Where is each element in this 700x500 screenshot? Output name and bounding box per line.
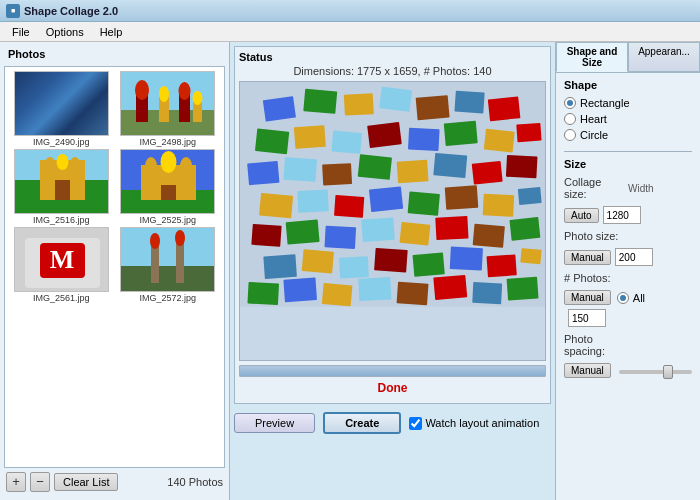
svg-rect-79	[450, 247, 483, 271]
photos-count-input[interactable]	[568, 309, 606, 327]
svg-rect-58	[259, 193, 293, 218]
shape-rectangle[interactable]: Rectangle	[564, 97, 692, 109]
photos-count-manual-button[interactable]: Manual	[564, 290, 611, 305]
photos-grid-container[interactable]: IMG_2490.jpg	[4, 66, 225, 468]
menu-help[interactable]: Help	[92, 24, 131, 40]
svg-point-9	[193, 91, 203, 105]
watch-animation-checkbox[interactable]	[409, 417, 422, 430]
photo-count: 140 Photos	[167, 476, 223, 488]
photo-size-label: Photo size:	[564, 230, 624, 242]
tab-shape-size[interactable]: Shape and Size	[556, 42, 628, 72]
preview-button[interactable]: Preview	[234, 413, 315, 433]
radio-heart[interactable]	[564, 113, 576, 125]
status-section: Status Dimensions: 1775 x 1659, # Photos…	[234, 46, 551, 404]
svg-point-22	[180, 157, 192, 175]
photo-item-5[interactable]: М IMG_2561.jpg	[9, 227, 114, 303]
radio-circle[interactable]	[564, 129, 576, 141]
collage-size-label: Collage size:	[564, 176, 624, 200]
svg-rect-81	[520, 248, 541, 264]
svg-point-32	[150, 233, 160, 249]
right-panel: Shape and Size Appearan... Shape Rectang…	[555, 42, 700, 500]
tab-appearance[interactable]: Appearan...	[628, 42, 700, 72]
svg-rect-84	[322, 283, 353, 306]
svg-rect-47	[444, 121, 478, 146]
svg-rect-43	[294, 125, 326, 149]
photo-label-4: IMG_2525.jpg	[139, 215, 196, 225]
divider-1	[564, 151, 692, 152]
center-bottom: Preview Create Watch layout animation	[234, 408, 551, 438]
main-content: Photos IMG_2490.jpg	[0, 42, 700, 500]
photo-size-manual-button[interactable]: Manual	[564, 250, 611, 265]
collage-size-row: Collage size: Width	[564, 176, 692, 200]
spacing-manual-button[interactable]: Manual	[564, 363, 611, 378]
svg-rect-72	[473, 224, 505, 248]
create-button[interactable]: Create	[323, 412, 401, 434]
photos-count-all[interactable]: All	[617, 292, 645, 304]
collage-size-controls: Auto	[564, 206, 692, 224]
svg-point-15	[70, 157, 80, 171]
size-section-title: Size	[564, 158, 692, 170]
status-title: Status	[239, 51, 546, 63]
photos-panel-title: Photos	[4, 46, 225, 62]
svg-rect-54	[397, 160, 429, 184]
svg-rect-87	[433, 275, 467, 300]
svg-rect-45	[367, 122, 402, 148]
svg-rect-16	[55, 180, 70, 200]
photo-item-6[interactable]: IMG_2572.jpg	[116, 227, 221, 303]
svg-point-33	[175, 230, 185, 246]
photo-thumb-3	[14, 149, 109, 214]
shape-rectangle-label: Rectangle	[580, 97, 630, 109]
svg-point-13	[56, 154, 68, 170]
photo-label-1: IMG_2490.jpg	[33, 137, 90, 147]
photo-thumb-5: М	[14, 227, 109, 292]
photos-panel: Photos IMG_2490.jpg	[0, 42, 230, 500]
radio-rectangle[interactable]	[564, 97, 576, 109]
svg-rect-39	[416, 95, 450, 120]
spacing-slider-thumb[interactable]	[663, 365, 673, 379]
svg-rect-63	[445, 185, 479, 210]
svg-rect-65	[518, 187, 542, 205]
photos-count-value-row	[564, 309, 692, 327]
width-input[interactable]	[603, 206, 641, 224]
photo-item-4[interactable]: IMG_2525.jpg	[116, 149, 221, 225]
watch-animation-label[interactable]: Watch layout animation	[409, 417, 539, 430]
radio-all[interactable]	[617, 292, 629, 304]
svg-rect-69	[361, 217, 395, 242]
svg-rect-60	[334, 195, 364, 218]
clear-list-button[interactable]: Clear List	[54, 473, 118, 491]
spacing-slider[interactable]	[619, 370, 692, 374]
svg-rect-35	[263, 96, 296, 122]
shape-circle[interactable]: Circle	[564, 129, 692, 141]
svg-rect-85	[358, 277, 391, 301]
menu-bar: File Options Help	[0, 22, 700, 42]
svg-rect-68	[325, 226, 357, 249]
photo-size-input[interactable]	[615, 248, 653, 266]
photo-item-3[interactable]: IMG_2516.jpg	[9, 149, 114, 225]
add-photo-button[interactable]: +	[6, 472, 26, 492]
spacing-controls: Manual	[564, 363, 692, 378]
menu-options[interactable]: Options	[38, 24, 92, 40]
photos-grid: IMG_2490.jpg	[5, 67, 224, 307]
progress-bar	[239, 365, 546, 377]
photo-size-row: Photo size:	[564, 230, 692, 242]
remove-photo-button[interactable]: −	[30, 472, 50, 492]
photo-item-1[interactable]: IMG_2490.jpg	[9, 71, 114, 147]
svg-rect-49	[516, 123, 541, 142]
shape-heart[interactable]: Heart	[564, 113, 692, 125]
svg-rect-61	[369, 186, 403, 212]
photo-thumb-2	[120, 71, 215, 136]
photo-item-2[interactable]: IMG_2498.jpg	[116, 71, 221, 147]
svg-rect-56	[472, 161, 503, 185]
collage-size-auto-button[interactable]: Auto	[564, 208, 599, 223]
svg-rect-88	[472, 282, 502, 304]
svg-point-21	[145, 157, 157, 175]
shape-radio-group: Rectangle Heart Circle	[564, 97, 692, 141]
svg-rect-80	[487, 254, 517, 277]
photo-thumb-6	[120, 227, 215, 292]
svg-point-14	[45, 157, 55, 171]
svg-rect-64	[483, 194, 515, 217]
spacing-slider-container	[619, 370, 692, 374]
spacing-label: Photo spacing:	[564, 333, 624, 357]
photos-count-controls: Manual All	[564, 290, 692, 305]
menu-file[interactable]: File	[4, 24, 38, 40]
